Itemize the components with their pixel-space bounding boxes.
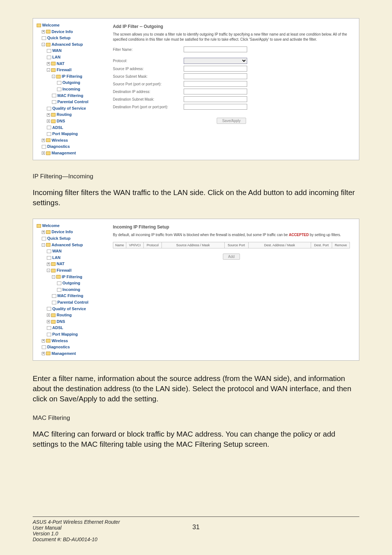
label-dst-mask: Destination Subnet Mask: [113, 97, 184, 101]
folder-icon [46, 43, 50, 46]
input-dst-mask[interactable] [184, 96, 247, 102]
input-src-mask[interactable] [184, 73, 247, 79]
file-icon [47, 49, 51, 53]
label-filter-name: Filter Name: [113, 48, 184, 52]
label-dst-port: Destination Port (port or port:port): [113, 105, 184, 109]
input-src-port[interactable] [184, 81, 247, 87]
tree-nat: NAT [57, 61, 65, 67]
paragraph-mac-desc: MAC filtering can forward or block traff… [33, 429, 359, 449]
tree-nat: NAT [57, 261, 65, 267]
col-dst-addr: Dest. Address / Mask [249, 242, 311, 248]
tree-incoming: Incoming [62, 287, 80, 293]
tree-qos: Quality of Service [52, 105, 86, 112]
col-src-port: Source Port [225, 242, 249, 248]
folder-icon [51, 113, 56, 117]
tree-lan: LAN [52, 255, 61, 261]
tree-dns: DNS [57, 319, 65, 325]
folder-icon [56, 275, 61, 279]
file-icon [47, 307, 51, 311]
file-icon [42, 345, 46, 349]
folder-icon [51, 262, 56, 266]
tree-diagnostics: Diagnostics [47, 143, 70, 150]
input-src-ip[interactable] [184, 66, 247, 72]
file-icon [57, 281, 61, 285]
desc-pre: By default, all incoming IP traffic from… [113, 233, 289, 237]
expand-icon: + [47, 313, 50, 317]
file-icon [47, 250, 51, 253]
tree-parental: Parental Control [57, 299, 89, 306]
filter-table-header: Name VPI/VCI Protocol Source Address / M… [113, 242, 350, 248]
file-icon [57, 81, 61, 85]
folder-icon [46, 138, 50, 142]
desc-post: by setting up filters. [309, 233, 341, 237]
tree-advanced-setup: Advanced Setup [52, 242, 83, 248]
collapse-icon: - [52, 275, 55, 279]
tree-parental: Parental Control [57, 99, 89, 105]
folder-icon [46, 151, 50, 155]
tree-firewall: Firewall [57, 267, 72, 274]
file-icon [47, 256, 51, 260]
input-dst-ip[interactable] [184, 89, 247, 94]
tree-routing: Routing [57, 112, 72, 118]
tree-wan: WAN [52, 48, 62, 54]
tree-device-info: Device Info [52, 229, 73, 235]
collapse-icon: - [42, 243, 45, 247]
select-protocol[interactable] [184, 58, 247, 64]
file-icon [57, 288, 61, 292]
collapse-icon: - [47, 269, 50, 272]
page-footer: ASUS 4-Port Wireless Ethernet Router Use… [33, 516, 359, 542]
folder-icon [51, 119, 56, 123]
tree-mac-filtering: MAC Filtering [57, 293, 83, 299]
folder-icon [56, 75, 61, 78]
label-protocol: Protocol: [113, 59, 184, 63]
folder-icon [46, 230, 50, 234]
folder-icon [51, 62, 56, 65]
col-name: Name [113, 242, 126, 248]
tree-outgoing: Outgoing [62, 80, 80, 86]
footer-version: Version 1.0 [33, 531, 359, 536]
save-apply-button[interactable]: Save/Apply [217, 118, 246, 124]
folder-icon [37, 224, 41, 228]
heading-ip-filtering-incoming: IP Filtering—Incoming [33, 173, 359, 180]
table-panel: Incoming IP Filtering Setup By default, … [107, 223, 355, 357]
tree-adsl: ADSL [52, 325, 63, 331]
expand-icon: + [47, 113, 50, 117]
expand-icon: + [42, 151, 45, 155]
col-remove: Remove [332, 242, 350, 248]
screenshot-add-ip-filter: Welcome +Device Info Quick Setup -Advanc… [33, 18, 359, 160]
expand-icon: + [42, 139, 45, 142]
label-dst-ip: Destination IP address: [113, 90, 184, 94]
input-dst-port[interactable] [184, 104, 247, 110]
panel-description: The screen allows you to create a filter… [113, 32, 350, 42]
file-icon [47, 326, 51, 330]
tree-welcome: Welcome [42, 223, 60, 229]
folder-icon [46, 30, 50, 33]
panel-description: By default, all incoming IP traffic from… [113, 232, 350, 238]
add-button[interactable]: Add [223, 254, 240, 260]
paragraph-incoming-desc: Incoming filter filters the WAN traffic … [33, 187, 359, 207]
expand-icon: + [42, 339, 45, 343]
panel-title: Incoming IP Filtering Setup [113, 224, 350, 230]
expand-icon: + [42, 231, 45, 234]
file-icon [57, 88, 61, 91]
tree-ip-filtering: IP Filtering [62, 73, 82, 80]
tree-port-mapping: Port Mapping [52, 331, 78, 338]
collapse-icon: - [52, 75, 55, 78]
input-filter-name[interactable] [184, 46, 247, 52]
nav-tree: Welcome +Device Info Quick Setup -Advanc… [37, 223, 102, 357]
tree-incoming: Incoming [62, 86, 80, 93]
panel-title: Add IP Filter -- Outgoing [113, 24, 350, 29]
tree-advanced-setup: Advanced Setup [52, 41, 83, 48]
col-protocol: Protocol [144, 242, 162, 248]
col-dst-port: Dest. Port [311, 242, 332, 248]
file-icon [47, 132, 51, 136]
expand-icon: + [47, 62, 50, 65]
tree-adsl: ADSL [52, 125, 63, 131]
tree-management: Management [52, 351, 76, 357]
tree-wan: WAN [52, 248, 62, 255]
file-icon [42, 145, 46, 149]
file-icon [47, 126, 51, 129]
tree-ip-filtering: IP Filtering [62, 274, 82, 280]
folder-icon [51, 269, 56, 272]
nav-tree: Welcome +Device Info Quick Setup -Advanc… [37, 22, 102, 156]
